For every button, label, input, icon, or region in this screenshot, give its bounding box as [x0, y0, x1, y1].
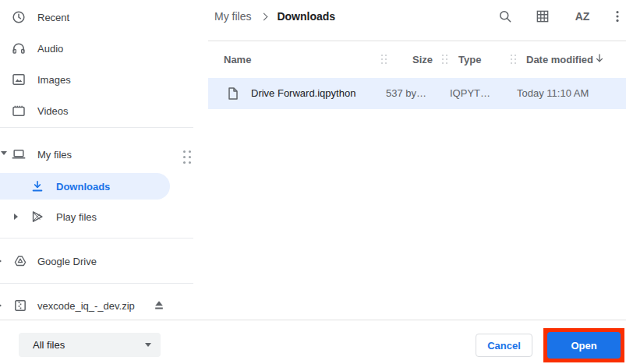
sidebar-item-label: Play files	[56, 211, 97, 223]
red-highlight-annotation: Open	[543, 328, 624, 362]
sidebar: Recent Audio Images Videos	[0, 0, 208, 320]
sort-descending-arrow-icon[interactable]	[593, 52, 606, 65]
sidebar-resize-handle[interactable]	[183, 150, 186, 153]
sidebar-item-label: Images	[37, 74, 71, 86]
breadcrumb-downloads[interactable]: Downloads	[277, 10, 335, 23]
sidebar-item-audio[interactable]: Audio	[0, 33, 208, 64]
file-date-modified: Today 11:10 AM	[517, 78, 589, 109]
file-size: 537 by…	[386, 78, 426, 109]
breadcrumb-my-files[interactable]: My files	[214, 10, 251, 23]
sidebar-item-images[interactable]: Images	[0, 64, 208, 95]
chevron-down-icon[interactable]	[1, 151, 7, 155]
file-name: Drive Forward.iqpython	[251, 78, 355, 109]
chevron-down-icon	[145, 343, 151, 347]
sidebar-item-play-files[interactable]: Play files	[0, 201, 208, 232]
file-type: IQPYT…	[450, 78, 490, 109]
column-header-date-modified[interactable]: Date modified	[526, 41, 593, 78]
sidebar-item-vexcode-zip[interactable]: vexcode_iq_-_dev.zip	[0, 290, 208, 320]
sidebar-item-label: Google Drive	[37, 256, 97, 267]
sort-az-icon[interactable]: AZ	[571, 9, 594, 24]
play-icon	[30, 209, 45, 224]
video-icon	[11, 103, 27, 118]
file-row-selected[interactable]: Drive Forward.iqpython 537 by… IQPYT… To…	[208, 78, 626, 109]
image-icon	[11, 72, 27, 87]
table-header: Name Size Type Date modified	[208, 41, 626, 78]
dialog-footer: All files Cancel Open	[0, 320, 626, 364]
sidebar-item-videos[interactable]: Videos	[0, 95, 208, 126]
toolbar: My files Downloads AZ	[208, 0, 626, 33]
laptop-icon	[11, 147, 27, 162]
sidebar-separator	[0, 238, 193, 239]
file-icon	[225, 86, 241, 101]
sidebar-item-recent[interactable]: Recent	[0, 2, 208, 33]
breadcrumb: My files Downloads	[214, 0, 335, 33]
sidebar-item-label: Downloads	[56, 181, 110, 193]
headphones-icon	[11, 41, 27, 56]
column-header-type[interactable]: Type	[458, 41, 481, 78]
search-icon[interactable]	[497, 9, 513, 24]
sidebar-separator	[0, 283, 193, 284]
drive-icon	[12, 253, 28, 269]
sidebar-item-label: Audio	[37, 43, 63, 55]
column-resize-handle[interactable]	[511, 55, 512, 56]
main-panel: My files Downloads AZ Name Size Type D	[208, 0, 626, 320]
sidebar-separator	[0, 127, 193, 128]
chevron-right-icon[interactable]	[14, 214, 18, 220]
cancel-button[interactable]: Cancel	[476, 334, 532, 357]
eject-icon[interactable]	[151, 298, 167, 313]
chevron-right-icon	[260, 13, 268, 21]
column-header-name[interactable]: Name	[224, 41, 251, 78]
clock-icon	[11, 9, 27, 25]
sidebar-item-downloads[interactable]: Downloads	[0, 173, 170, 200]
sidebar-item-google-drive[interactable]: Google Drive	[0, 246, 208, 277]
sidebar-item-label: Recent	[37, 12, 69, 23]
sidebar-item-label: Videos	[37, 105, 69, 117]
sidebar-item-label: vexcode_iq_-_dev.zip	[37, 300, 135, 312]
sidebar-item-label: My files	[37, 149, 72, 161]
chevron-right-icon[interactable]	[0, 302, 2, 309]
chevron-right-icon[interactable]	[0, 258, 2, 264]
zip-icon	[12, 298, 28, 313]
sidebar-item-my-files[interactable]: My files	[0, 139, 208, 170]
grid-view-icon[interactable]	[535, 9, 550, 24]
download-icon	[30, 178, 45, 194]
file-type-filter-dropdown[interactable]: All files	[19, 333, 161, 357]
column-resize-handle[interactable]	[381, 55, 383, 56]
more-vert-icon[interactable]	[610, 9, 625, 24]
file-type-filter-value: All files	[33, 333, 65, 357]
open-button[interactable]: Open	[547, 332, 621, 359]
files-app-picker-window: Recent Audio Images Videos	[0, 0, 626, 364]
column-header-size[interactable]: Size	[412, 41, 433, 78]
column-resize-handle[interactable]	[442, 55, 444, 56]
